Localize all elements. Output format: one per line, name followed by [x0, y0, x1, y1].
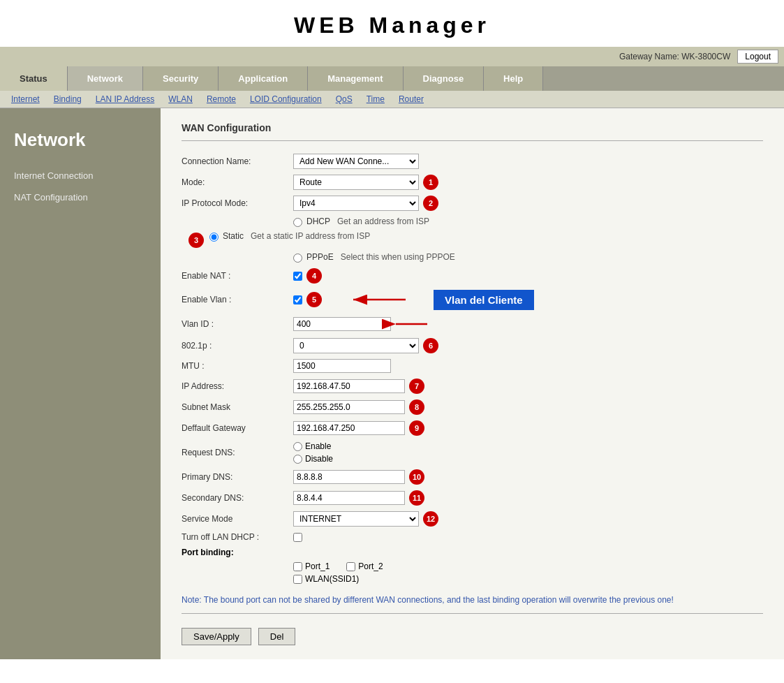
wlan-label[interactable]: WLAN(SSID1) — [293, 574, 359, 584]
dns-radios: Enable Disable — [293, 441, 333, 464]
subnav-remote[interactable]: Remote — [200, 91, 243, 108]
nav-diagnose[interactable]: Diagnose — [404, 66, 485, 91]
dns-enable-radio[interactable] — [293, 442, 302, 451]
dhcp-radio[interactable] — [293, 218, 302, 227]
pppoe-radio[interactable] — [293, 254, 302, 263]
vlan-id-input[interactable] — [293, 317, 391, 331]
subnav-wlan[interactable]: WLAN — [161, 91, 200, 108]
ip-protocol-label: IP Protocol Mode: — [182, 198, 293, 208]
enable-nat-checkbox[interactable] — [293, 272, 302, 281]
step-11-badge: 11 — [409, 490, 424, 506]
sidebar-title: Network — [0, 122, 161, 165]
enable-vlan-container: Enable Vlan : 5 Vlan del Cliente — [182, 289, 763, 310]
enable-nat-label: Enable NAT : — [182, 271, 293, 281]
dhcp-desc: Get an address from ISP — [337, 216, 429, 226]
port-row-2: WLAN(SSID1) — [293, 574, 763, 584]
step-2-badge: 2 — [423, 196, 438, 211]
connection-name-label: Connection Name: — [182, 156, 293, 166]
default-gateway-label: Deffault Gateway — [182, 423, 293, 433]
enable-vlan-label: Enable Vlan : — [182, 295, 293, 304]
save-apply-button[interactable]: Save/Apply — [182, 628, 251, 645]
primary-dns-input[interactable] — [293, 470, 405, 484]
vlan-id-row: Vlan ID : — [182, 316, 763, 332]
dns-enable-label: Enable — [305, 441, 331, 451]
static-radio[interactable] — [209, 233, 219, 242]
subnet-mask-label: Subnet Mask — [182, 402, 293, 412]
port2-checkbox[interactable] — [346, 562, 355, 571]
pppoe-desc: Select this when using PPPOE — [341, 252, 455, 262]
mode-select[interactable]: Route — [293, 175, 419, 190]
ip-protocol-row: IP Protocol Mode: Ipv4 2 — [182, 196, 763, 211]
ip-protocol-select[interactable]: Ipv4 — [293, 196, 419, 211]
subnet-mask-input[interactable] — [293, 400, 405, 414]
app-title: WEB Manager — [0, 0, 784, 47]
secondary-dns-input[interactable] — [293, 491, 405, 505]
service-mode-label: Service Mode — [182, 514, 293, 524]
dot1p-select[interactable]: 0 — [293, 338, 419, 353]
turn-off-lan-checkbox[interactable] — [293, 533, 302, 542]
sidebar-nat-configuration[interactable]: NAT Configuration — [0, 186, 161, 208]
request-dns-row: Request DNS: Enable Disable — [182, 441, 763, 464]
service-mode-select[interactable]: INTERNET — [293, 511, 419, 527]
dns-disable-label: Disable — [305, 454, 333, 464]
divider-top — [182, 140, 763, 141]
nav-help[interactable]: Help — [484, 66, 543, 91]
logout-button[interactable]: Logout — [737, 50, 778, 64]
step-6-badge: 6 — [423, 338, 438, 353]
button-row: Save/Apply Del — [182, 628, 763, 645]
ip-address-label: IP Address: — [182, 381, 293, 391]
subnav-binding[interactable]: Binding — [47, 91, 89, 108]
subnav-lan-ip-address[interactable]: LAN IP Address — [89, 91, 162, 108]
dhcp-label: DHCP — [306, 216, 330, 226]
wlan-checkbox[interactable] — [293, 575, 302, 584]
step-7-badge: 7 — [409, 379, 424, 394]
vlan-id-label: Vlan ID : — [182, 319, 293, 329]
static-radio-row: Static Get a static IP address from ISP — [209, 231, 370, 242]
connection-name-select[interactable]: Add New WAN Conne... — [293, 154, 419, 169]
port2-label[interactable]: Port_2 — [346, 561, 383, 571]
default-gateway-input[interactable] — [293, 421, 405, 435]
service-mode-row: Service Mode INTERNET 12 — [182, 511, 763, 527]
step-9-badge: 9 — [409, 420, 424, 436]
static-label: Static — [223, 231, 244, 241]
mode-label: Mode: — [182, 177, 293, 187]
nav-network[interactable]: Network — [68, 66, 143, 91]
ip-address-row: IP Address: 7 — [182, 379, 763, 394]
nav-management[interactable]: Management — [308, 66, 403, 91]
del-button[interactable]: Del — [258, 628, 296, 645]
step-10-badge: 10 — [409, 469, 424, 485]
dns-disable-radio[interactable] — [293, 455, 302, 464]
mtu-input[interactable] — [293, 359, 391, 373]
port1-checkbox[interactable] — [293, 562, 302, 571]
subnav-internet[interactable]: Internet — [4, 91, 47, 108]
sidebar-internet-connection[interactable]: Internet Connection — [0, 165, 161, 186]
subnav-router[interactable]: Router — [392, 91, 431, 108]
divider-bottom — [182, 613, 763, 614]
subnav-loid-config[interactable]: LOID Configuration — [243, 91, 329, 108]
ip-address-input[interactable] — [293, 379, 405, 393]
dot1p-row: 802.1p : 0 6 — [182, 338, 763, 353]
vlan-callout-area: Vlan del Cliente — [350, 289, 534, 310]
section-title: WAN Configuration — [182, 122, 763, 133]
step-12-badge: 12 — [423, 511, 438, 527]
dhcp-radio-row: DHCP Get an address from ISP — [293, 216, 763, 227]
step-4-badge: 4 — [306, 268, 322, 284]
nav-status[interactable]: Status — [0, 66, 68, 91]
nav-security[interactable]: Security — [143, 66, 219, 91]
vlan-arrow-svg — [392, 316, 434, 332]
secondary-dns-label: Secondary DNS: — [182, 493, 293, 503]
nav-application[interactable]: Application — [219, 66, 308, 91]
port-binding-section: Port binding: Port_1 Port_2 WLAN(SSID1) — [182, 548, 763, 584]
primary-dns-row: Primary DNS: 10 — [182, 469, 763, 485]
subnav-qos[interactable]: QoS — [329, 91, 360, 108]
subnav-time[interactable]: Time — [360, 91, 392, 108]
step-3-badge: 3 — [188, 233, 204, 248]
vlan-callout: Vlan del Cliente — [434, 290, 534, 310]
step-5-badge: 5 — [306, 292, 322, 307]
port1-label[interactable]: Port_1 — [293, 561, 330, 571]
pppoe-radio-row: PPPoE Select this when using PPPOE — [293, 252, 763, 263]
enable-vlan-checkbox[interactable] — [293, 295, 302, 304]
pppoe-label: PPPoE — [306, 252, 334, 262]
sidebar: Network Internet Connection NAT Configur… — [0, 108, 161, 659]
sub-nav: Internet Binding LAN IP Address WLAN Rem… — [0, 91, 784, 108]
